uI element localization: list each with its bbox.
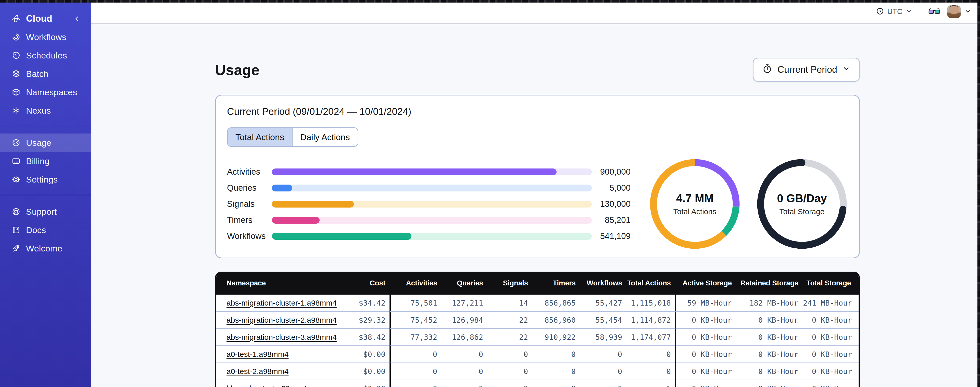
col-header-workflows: Workflows xyxy=(580,272,626,294)
namespace-link[interactable]: abs-migration-cluster-1.a98mm4 xyxy=(226,299,337,307)
cell-total-storage: 0 KB-Hour xyxy=(802,329,860,346)
page-title: Usage xyxy=(215,61,259,78)
namespace-link[interactable]: a0-test-2.a98mm4 xyxy=(226,367,288,376)
cell-active-storage: 0 KB-Hour xyxy=(675,329,736,346)
col-header-total-actions: Total Actions xyxy=(626,272,675,294)
namespace-link[interactable]: bk-worker-test.a98mm4 xyxy=(226,384,307,387)
timezone-selector[interactable]: UTC xyxy=(876,7,913,16)
collapse-sidebar-icon[interactable] xyxy=(73,15,81,22)
sidebar-item-usage[interactable]: Usage xyxy=(0,134,91,152)
cell-retained-storage: 0 KB-Hour xyxy=(736,329,802,346)
sidebar-item-namespaces[interactable]: Namespaces xyxy=(0,83,91,101)
sidebar-item-workflows[interactable]: Workflows xyxy=(0,28,91,46)
bar-value: 5,000 xyxy=(592,183,630,193)
chevron-down-icon xyxy=(905,8,913,16)
clock-icon xyxy=(876,7,884,16)
cell-active-storage: 0 KB-Hour xyxy=(675,346,736,363)
stopwatch-icon xyxy=(762,64,772,76)
cell-retained-storage: 0 KB-Hour xyxy=(736,312,802,329)
dev-glasses-icon[interactable] xyxy=(929,8,940,16)
bar-label: Activities xyxy=(227,167,272,177)
sidebar-item-docs[interactable]: Docs xyxy=(0,221,91,239)
sidebar-item-welcome[interactable]: Welcome xyxy=(0,239,91,257)
cell-activities: 0 xyxy=(390,363,441,380)
workflows-icon xyxy=(12,33,21,42)
batch-icon xyxy=(12,69,21,78)
namespace-link[interactable]: abs-migration-cluster-2.a98mm4 xyxy=(226,316,337,324)
sidebar-item-batch[interactable]: Batch xyxy=(0,65,91,83)
sidebar-item-label: Billing xyxy=(26,156,49,166)
cell-timers: 0 xyxy=(532,363,580,380)
cell-total-actions: 0 xyxy=(626,363,675,380)
sidebar-item-nexus[interactable]: Nexus xyxy=(0,101,91,120)
timezone-label: UTC xyxy=(887,7,902,16)
cell-workflows: 58,939 xyxy=(580,329,626,346)
cell-total-actions: 1,174,077 xyxy=(626,329,675,346)
cell-workflows: 0 xyxy=(580,346,626,363)
bar-label: Timers xyxy=(227,215,272,225)
cell-workflows: 1 xyxy=(580,380,626,387)
cell-cost: $0.00 xyxy=(344,346,390,363)
col-header-active-storage: Active Storage xyxy=(675,272,736,294)
bar-fill xyxy=(272,201,354,208)
cell-signals: 0 xyxy=(487,346,532,363)
namespace-usage-table: Namespace Cost Activities Queries Signal… xyxy=(215,272,860,387)
cell-active-storage: 0 KB-Hour xyxy=(675,363,736,380)
screenshot-edge-artifact-right xyxy=(977,0,980,387)
total-storage-donut-chart: 0 GB/Day Total Storage xyxy=(756,158,848,250)
cell-signals: 0 xyxy=(487,380,532,387)
bar-track xyxy=(272,201,592,208)
col-header-queries: Queries xyxy=(441,272,487,294)
table-row: abs-migration-cluster-2.a98mm4 $29.32 75… xyxy=(216,312,860,329)
cell-total-actions: 1 xyxy=(626,380,675,387)
cell-queries: 0 xyxy=(441,363,487,380)
cell-workflows: 0 xyxy=(580,363,626,380)
cell-total-storage: 0 KB-Hour xyxy=(802,346,860,363)
col-header-total-storage: Total Storage xyxy=(802,272,860,294)
cell-timers: 910,922 xyxy=(532,329,580,346)
cell-retained-storage: 0 KB-Hour xyxy=(736,346,802,363)
bar-value: 130,000 xyxy=(592,199,630,209)
tab-daily-actions[interactable]: Daily Actions xyxy=(292,128,358,146)
usage-icon xyxy=(12,138,21,147)
cell-total-actions: 1,115,018 xyxy=(626,294,675,312)
user-avatar[interactable] xyxy=(947,5,961,18)
sidebar-item-support[interactable]: Support xyxy=(0,202,91,221)
sidebar-item-settings[interactable]: Settings xyxy=(0,170,91,189)
cell-workflows: 55,427 xyxy=(580,294,626,312)
col-header-signals: Signals xyxy=(487,272,532,294)
sidebar-brand-cloud[interactable]: Cloud xyxy=(0,10,91,28)
tab-total-actions[interactable]: Total Actions xyxy=(228,128,292,146)
sidebar-item-billing[interactable]: Billing xyxy=(0,152,91,170)
cell-retained-storage: 0 KB-Hour xyxy=(736,363,802,380)
col-header-namespace: Namespace xyxy=(216,272,344,294)
cell-signals: 22 xyxy=(487,312,532,329)
cell-timers: 856,865 xyxy=(532,294,580,312)
table-row: bk-worker-test.a98mm4 $0.00 0 0 0 0 1 1 … xyxy=(216,380,860,387)
account-menu-chevron-down-icon[interactable] xyxy=(964,8,971,16)
cell-timers: 0 xyxy=(532,380,580,387)
cell-queries: 127,211 xyxy=(441,294,487,312)
cell-activities: 75,501 xyxy=(390,294,441,312)
cell-activities: 0 xyxy=(390,380,441,387)
cell-active-storage: 59 MB-Hour xyxy=(675,294,736,312)
namespace-link[interactable]: abs-migration-cluster-3.a98mm4 xyxy=(226,333,337,341)
cell-total-storage: 0 KB-Hour xyxy=(802,312,860,329)
sidebar-divider xyxy=(0,126,91,126)
namespaces-icon xyxy=(12,88,21,96)
period-selector-button[interactable]: Current Period xyxy=(753,58,860,82)
cell-timers: 0 xyxy=(532,346,580,363)
sidebar-item-label: Docs xyxy=(26,225,46,235)
sidebar-item-schedules[interactable]: Schedules xyxy=(0,46,91,65)
cell-total-actions: 1,114,872 xyxy=(626,312,675,329)
bar-fill xyxy=(272,185,292,192)
bar-fill xyxy=(272,217,320,224)
actions-tab-group: Total Actions Daily Actions xyxy=(227,127,358,147)
table-row: abs-migration-cluster-1.a98mm4 $34.42 75… xyxy=(216,294,860,312)
cell-queries: 126,984 xyxy=(441,312,487,329)
namespace-link[interactable]: a0-test-1.a98mm4 xyxy=(226,350,288,358)
donut-label: Total Actions xyxy=(673,207,716,216)
top-header-bar: UTC xyxy=(91,0,980,24)
cell-retained-storage: 0 KB-Hour xyxy=(736,380,802,387)
bar-track xyxy=(272,217,592,224)
